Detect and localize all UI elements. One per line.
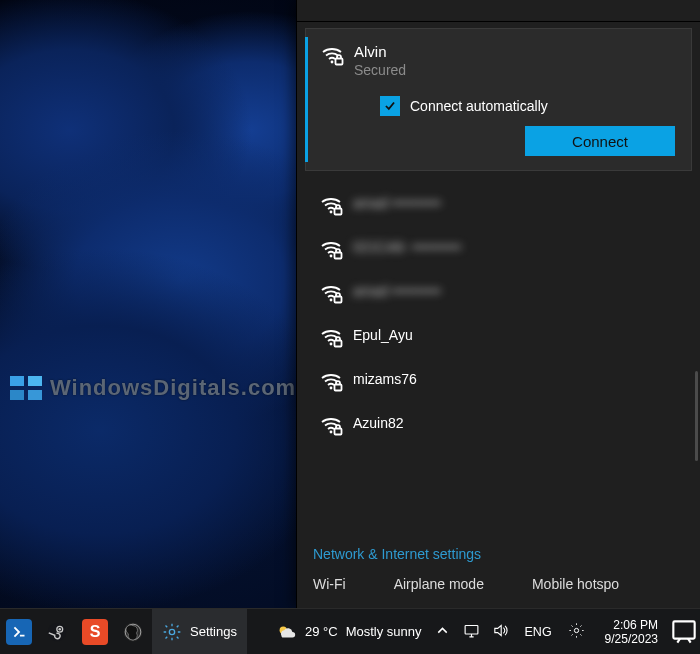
tray-language[interactable]: ENG (521, 625, 556, 639)
taskbar-app-snagit[interactable]: S (76, 609, 114, 654)
svg-rect-21 (465, 625, 478, 634)
network-item[interactable]: Epul_Ayu (305, 313, 692, 357)
network-ssid: amad •••••••••• (353, 283, 441, 299)
wifi-secured-icon (319, 237, 343, 261)
network-item[interactable]: amad •••••••••• (305, 181, 692, 225)
tray-speaker-icon[interactable] (492, 622, 509, 642)
network-ssid: amad •••••••••• (353, 195, 441, 211)
svg-point-4 (330, 255, 333, 258)
taskbar-weather-widget[interactable]: 29 °C Mostly sunny (275, 621, 422, 643)
svg-rect-1 (336, 59, 343, 65)
taskbar: S Settings 29 °C Mostly sunny (0, 608, 700, 654)
quick-hotspot[interactable]: Mobile hotspo (532, 576, 619, 592)
flyout-header (297, 0, 700, 22)
connect-automatically-label: Connect automatically (410, 98, 548, 114)
gear-icon (162, 622, 182, 642)
watermark: WindowsDigitals.com (10, 375, 296, 401)
wifi-secured-icon (319, 369, 343, 393)
wifi-secured-icon (319, 281, 343, 305)
network-ssid: Epul_Ayu (353, 327, 413, 343)
selected-network-name: Alvin (354, 43, 675, 60)
taskbar-system-tray: ENG 2:06 PM 9/25/2023 (424, 609, 700, 654)
quick-actions-row: Wi-Fi Airplane mode Mobile hotspo (297, 566, 700, 608)
taskbar-clock[interactable]: 2:06 PM 9/25/2023 (595, 618, 668, 646)
selection-accent (305, 37, 308, 162)
action-center-button[interactable] (668, 609, 700, 654)
network-ssid: Azuin82 (353, 415, 404, 431)
wifi-secured-icon (319, 413, 343, 437)
wifi-secured-icon (319, 325, 343, 349)
svg-point-16 (58, 627, 61, 630)
quick-airplane[interactable]: Airplane mode (394, 576, 484, 592)
network-item[interactable]: amad •••••••••• (305, 269, 692, 313)
taskbar-app-powershell[interactable] (0, 609, 38, 654)
network-ssid: mizams76 (353, 371, 417, 387)
network-ssid: 021CA6- •••••••••• (353, 239, 461, 255)
network-settings-link[interactable]: Network & Internet settings (297, 536, 700, 566)
selected-network-status: Secured (354, 62, 675, 78)
connect-automatically-checkbox[interactable] (380, 96, 400, 116)
network-item[interactable]: Azuin82 (305, 401, 692, 445)
clock-time: 2:06 PM (605, 618, 658, 632)
tray-overflow-icon[interactable] (434, 622, 451, 642)
connect-button[interactable]: Connect (525, 126, 675, 156)
network-item[interactable]: mizams76 (305, 357, 692, 401)
taskbar-app-settings[interactable]: Settings (152, 609, 247, 654)
svg-rect-23 (673, 621, 694, 638)
svg-point-0 (331, 61, 334, 64)
weather-temperature: 29 °C (305, 624, 338, 639)
svg-rect-11 (335, 385, 342, 391)
weather-icon (275, 621, 297, 643)
clock-date: 9/25/2023 (605, 632, 658, 646)
svg-rect-3 (335, 209, 342, 215)
svg-point-12 (330, 431, 333, 434)
svg-point-8 (330, 343, 333, 346)
tray-settings-icon[interactable] (568, 622, 585, 642)
weather-text: Mostly sunny (346, 624, 422, 639)
selected-network-card[interactable]: Alvin Secured Connect automatically Conn… (305, 28, 692, 171)
svg-point-22 (574, 628, 578, 632)
watermark-logo (10, 376, 42, 400)
svg-point-6 (330, 299, 333, 302)
svg-rect-7 (335, 297, 342, 303)
scrollbar-thumb[interactable] (695, 371, 698, 461)
taskbar-settings-label: Settings (190, 624, 237, 639)
svg-rect-5 (335, 253, 342, 259)
watermark-text: WindowsDigitals.com (50, 375, 296, 401)
taskbar-app-steam[interactable] (38, 609, 76, 654)
svg-rect-9 (335, 341, 342, 347)
taskbar-pinned-apps: S Settings (0, 609, 247, 654)
available-networks-list: amad ••••••••••021CA6- ••••••••••amad ••… (297, 171, 700, 536)
quick-wifi[interactable]: Wi-Fi (313, 576, 346, 592)
svg-point-10 (330, 387, 333, 390)
network-flyout: Alvin Secured Connect automatically Conn… (296, 0, 700, 608)
svg-point-2 (330, 211, 333, 214)
taskbar-app-obs[interactable] (114, 609, 152, 654)
wifi-secured-icon (320, 43, 344, 67)
tray-display-icon[interactable] (463, 622, 480, 642)
svg-point-19 (169, 629, 174, 634)
wifi-secured-icon (319, 193, 343, 217)
svg-rect-13 (335, 429, 342, 435)
network-item[interactable]: 021CA6- •••••••••• (305, 225, 692, 269)
